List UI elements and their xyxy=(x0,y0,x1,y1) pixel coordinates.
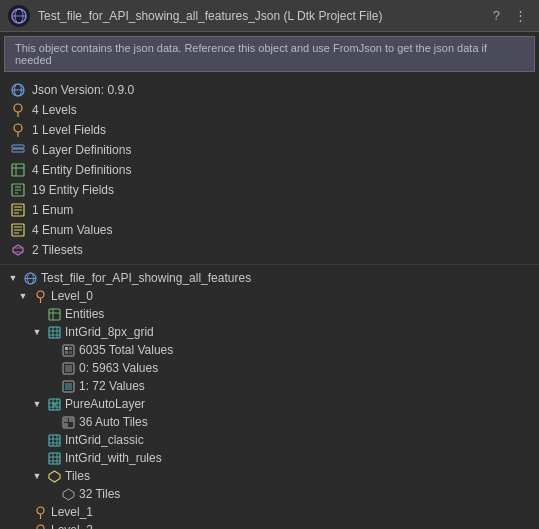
tileset-icon xyxy=(10,242,26,258)
pin-icon xyxy=(10,102,26,118)
menu-button[interactable]: ⋮ xyxy=(510,6,531,25)
tree-arrow-root: ▼ xyxy=(7,273,19,283)
tree-item-label: 36 Auto Tiles xyxy=(79,415,148,429)
tree-entities[interactable]: ▶ Entities xyxy=(0,305,539,323)
tree-total-values: ▶ 6035 Total Values xyxy=(0,341,539,359)
svg-point-32 xyxy=(37,291,44,298)
globe-icon xyxy=(10,82,26,98)
info-banner: This object contains the json data. Refe… xyxy=(4,36,535,72)
stat-label: 6 Layer Definitions xyxy=(32,143,131,157)
stat-tilesets: 2 Tilesets xyxy=(10,240,529,260)
tree-values-1: ▶ 1: 72 Values xyxy=(0,377,539,395)
title-bar-actions: ? ⋮ xyxy=(489,6,531,25)
stat-layer-defs: 6 Layer Definitions xyxy=(10,140,529,160)
tree-tiles[interactable]: ▼ Tiles xyxy=(0,467,539,485)
tree-root-label: Test_file_for_API_showing_all_features xyxy=(41,271,251,285)
tree-item-label: Entities xyxy=(65,307,104,321)
tree-item-label: 32 Tiles xyxy=(79,487,120,501)
pin-icon xyxy=(32,504,48,520)
stat-label: Json Version: 0.9.0 xyxy=(32,83,134,97)
enum-values-icon xyxy=(10,222,26,238)
tree-level-0[interactable]: ▼ Level_0 xyxy=(0,287,539,305)
svg-rect-37 xyxy=(49,327,60,338)
tree-pureautolayer[interactable]: ▼ PureAutoLayer xyxy=(0,395,539,413)
tree-intgrid-classic[interactable]: ▶ IntGrid_classic xyxy=(0,431,539,449)
stat-label: 1 Enum xyxy=(32,203,73,217)
tree-item-label: Level_2 xyxy=(51,523,93,529)
stat-label: 2 Tilesets xyxy=(32,243,83,257)
stat-enum: 1 Enum xyxy=(10,200,529,220)
enum-icon xyxy=(10,202,26,218)
svg-rect-50 xyxy=(65,383,72,390)
tree-32-tiles: ▶ 32 Tiles xyxy=(0,485,539,503)
svg-rect-42 xyxy=(63,345,74,356)
intgrid-icon xyxy=(46,324,62,340)
svg-rect-45 xyxy=(65,351,68,354)
intgrid-icon xyxy=(46,450,62,466)
svg-rect-46 xyxy=(69,351,72,354)
svg-rect-61 xyxy=(49,435,60,446)
tree-item-label: Tiles xyxy=(65,469,90,483)
tree-intgrid-8px[interactable]: ▼ IntGrid_8px_grid xyxy=(0,323,539,341)
svg-rect-12 xyxy=(12,164,24,176)
stat-label: 19 Entity Fields xyxy=(32,183,114,197)
svg-rect-11 xyxy=(12,149,24,152)
tree-arrow: ▼ xyxy=(17,291,29,301)
autotile-icon xyxy=(60,414,76,430)
tree-arrow: ▼ xyxy=(31,327,43,337)
stat-label: 4 Enum Values xyxy=(32,223,113,237)
svg-rect-43 xyxy=(65,347,68,350)
tree-item-label: 0: 5963 Values xyxy=(79,361,158,375)
tree-item-label: PureAutoLayer xyxy=(65,397,145,411)
entity-fields-icon xyxy=(10,182,26,198)
tree-item-label: IntGrid_with_rules xyxy=(65,451,162,465)
stat-level-fields: 1 Level Fields xyxy=(10,120,529,140)
title-bar: Test_file_for_API_showing_all_features_J… xyxy=(0,0,539,32)
tree-item-label: Level_0 xyxy=(51,289,93,303)
tile-value-icon xyxy=(60,486,76,502)
stat-entity-fields: 19 Entity Fields xyxy=(10,180,529,200)
svg-point-8 xyxy=(14,124,22,132)
tree-item-label: IntGrid_8px_grid xyxy=(65,325,154,339)
tree-item-label: Level_1 xyxy=(51,505,93,519)
info-banner-text: This object contains the json data. Refe… xyxy=(15,42,487,66)
svg-rect-48 xyxy=(65,365,72,372)
help-button[interactable]: ? xyxy=(489,6,504,25)
stat-json-version: Json Version: 0.9.0 xyxy=(10,80,529,100)
layers-icon xyxy=(10,142,26,158)
stat-label: 1 Level Fields xyxy=(32,123,106,137)
tree-section: ▼ Test_file_for_API_showing_all_features… xyxy=(0,265,539,529)
pin-icon xyxy=(32,288,48,304)
globe-icon xyxy=(22,270,38,286)
tree-level-2[interactable]: ▶ Level_2 xyxy=(0,521,539,529)
svg-rect-34 xyxy=(49,309,60,320)
app-logo xyxy=(8,5,30,27)
tree-level-1[interactable]: ▶ Level_1 xyxy=(0,503,539,521)
tree-root[interactable]: ▼ Test_file_for_API_showing_all_features xyxy=(0,269,539,287)
autolayer-icon xyxy=(46,396,62,412)
window-title: Test_file_for_API_showing_all_features_J… xyxy=(38,9,489,23)
tree-values-0: ▶ 0: 5963 Values xyxy=(0,359,539,377)
svg-point-71 xyxy=(37,507,44,514)
grid-value-icon xyxy=(60,360,76,376)
svg-rect-44 xyxy=(69,347,72,350)
svg-rect-66 xyxy=(49,453,60,464)
stat-enum-values: 4 Enum Values xyxy=(10,220,529,240)
tree-arrow: ▼ xyxy=(31,471,43,481)
intgrid-icon xyxy=(46,432,62,448)
grid-value-icon xyxy=(60,342,76,358)
pin-icon xyxy=(10,122,26,138)
svg-point-56 xyxy=(52,402,56,406)
tree-auto-tiles: ▶ 36 Auto Tiles xyxy=(0,413,539,431)
stat-label: 4 Entity Definitions xyxy=(32,163,131,177)
stat-label: 4 Levels xyxy=(32,103,77,117)
pin-icon xyxy=(32,522,48,529)
entity-icon xyxy=(46,306,62,322)
svg-rect-60 xyxy=(64,423,68,427)
svg-rect-59 xyxy=(69,418,73,422)
tree-item-label: 6035 Total Values xyxy=(79,343,173,357)
tree-intgrid-rules[interactable]: ▶ IntGrid_with_rules xyxy=(0,449,539,467)
svg-rect-10 xyxy=(12,145,24,148)
grid-value-icon xyxy=(60,378,76,394)
svg-rect-58 xyxy=(64,418,68,422)
